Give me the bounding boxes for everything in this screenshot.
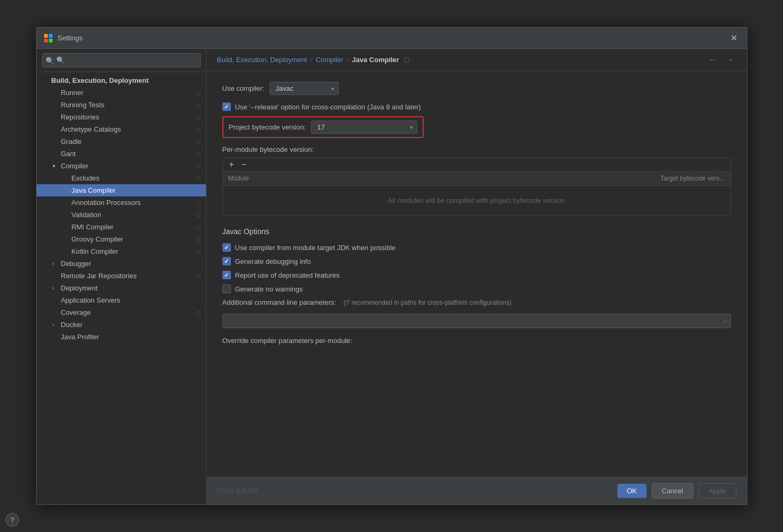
sidebar-item-groovy-compiler[interactable]: Groovy Compiler□ xyxy=(37,233,206,245)
sidebar-item-debugger[interactable]: ›Debugger xyxy=(37,258,206,270)
sidebar-label-compiler: Compiler xyxy=(61,162,89,170)
additional-params-row: Additional command line parameters: ('/'… xyxy=(222,298,731,306)
sidebar-label-application-servers: Application Servers xyxy=(61,296,121,304)
search-box: 🔍 xyxy=(37,49,206,72)
sidebar-label-remote-jar-repositories: Remote Jar Repositories xyxy=(61,272,137,280)
nav-forward[interactable]: → xyxy=(724,54,736,66)
opt3-label: Report use of deprecated features xyxy=(235,271,340,279)
expand-icon[interactable]: ⤢ xyxy=(722,318,728,325)
opt1-row: ✓ Use compiler from module target JDK wh… xyxy=(222,243,731,252)
sidebar-label-kotlin-compiler: Kotlin Compiler xyxy=(72,247,118,255)
project-bytecode-label: Project bytecode version: xyxy=(229,123,306,131)
sidebar-item-archetype-catalogs[interactable]: Archetype Catalogs□ xyxy=(37,123,206,135)
watermark: CSDN @星河状 xyxy=(217,487,259,495)
release-option-check: ✓ xyxy=(224,104,229,110)
opt2-label: Generate debugging info xyxy=(235,258,311,265)
override-section: Override compiler parameters per-module: xyxy=(222,337,731,345)
sidebar-label-debugger: Debugger xyxy=(61,260,91,268)
tree-arrow-compiler: ▾ xyxy=(53,163,59,169)
bytecode-dropdown-wrapper: 17 11 8 ▾ xyxy=(311,121,417,134)
add-module-button[interactable]: + xyxy=(227,160,236,169)
ok-button[interactable]: OK xyxy=(617,484,647,498)
pin-icon-compiler: □ xyxy=(197,163,201,169)
override-label: Override compiler parameters per-module: xyxy=(222,337,352,345)
release-option-checkbox[interactable]: ✓ xyxy=(222,102,231,111)
sidebar-label-running-tests: Running Tests xyxy=(61,101,105,109)
sidebar-item-java-compiler[interactable]: Java Compiler□ xyxy=(37,184,206,196)
sidebar-item-validation[interactable]: Validation□ xyxy=(37,209,206,221)
module-table-wrapper: + − Module Target bytecode vers... xyxy=(222,158,731,216)
main-panel: Build, Execution, Deployment › Compiler … xyxy=(206,49,747,504)
additional-params-wrapper: ⤢ xyxy=(222,314,731,328)
sidebar-item-runner[interactable]: Runner□ xyxy=(37,87,206,99)
pin-icon-running-tests: □ xyxy=(197,102,201,108)
sidebar-label-java-compiler: Java Compiler xyxy=(72,186,116,194)
pin-icon-remote-jar-repositories: □ xyxy=(197,273,201,279)
sidebar-item-excludes[interactable]: Excludes□ xyxy=(37,172,206,184)
sidebar-item-kotlin-compiler[interactable]: Kotlin Compiler□ xyxy=(37,245,206,258)
opt4-label: Generate no warnings xyxy=(235,285,303,293)
breadcrumb-part1[interactable]: Build, Execution, Deployment xyxy=(217,56,307,64)
additional-params-input[interactable] xyxy=(222,314,731,328)
breadcrumb-sep2: › xyxy=(347,56,349,64)
sidebar-item-running-tests[interactable]: Running Tests□ xyxy=(37,99,206,111)
opt3-row: ✓ Report use of deprecated features xyxy=(222,271,731,279)
opt3-checkbox[interactable]: ✓ xyxy=(222,271,231,279)
sidebar-item-remote-jar-repositories[interactable]: Remote Jar Repositories□ xyxy=(37,270,206,282)
sidebar-label-rmi-compiler: RMI Compiler xyxy=(72,223,114,231)
close-button[interactable]: ✕ xyxy=(727,32,741,44)
remove-module-button[interactable]: − xyxy=(239,160,248,169)
pin-icon-excludes: □ xyxy=(197,175,201,182)
sidebar-item-application-servers[interactable]: Application Servers xyxy=(37,294,206,306)
main-content: 🔍 Build, Execution, DeploymentRunner□Run… xyxy=(37,49,747,504)
opt1-checkbox[interactable]: ✓ xyxy=(222,243,231,252)
sidebar-label-archetype-catalogs: Archetype Catalogs xyxy=(61,125,121,133)
cancel-button[interactable]: Cancel xyxy=(652,483,693,499)
sidebar-item-gant[interactable]: Gant□ xyxy=(37,148,206,160)
use-compiler-label: Use compiler: xyxy=(222,84,264,92)
sidebar-label-repositories: Repositories xyxy=(61,113,99,121)
pin-icon-validation: □ xyxy=(197,212,201,218)
sidebar-item-java-profiler[interactable]: Java Profiler xyxy=(37,331,206,343)
release-option-row: ✓ Use '--release' option for cross-compi… xyxy=(222,102,731,111)
sidebar-item-deployment[interactable]: ›Deployment xyxy=(37,282,206,294)
opt2-checkbox[interactable]: ✓ xyxy=(222,257,231,265)
breadcrumb-pin[interactable]: □ xyxy=(405,56,409,64)
search-input[interactable] xyxy=(42,53,201,67)
opt4-checkbox[interactable] xyxy=(222,285,231,293)
sidebar: 🔍 Build, Execution, DeploymentRunner□Run… xyxy=(37,49,206,504)
pin-icon-annotation-processors: □ xyxy=(197,200,201,206)
sidebar-item-gradle[interactable]: Gradle□ xyxy=(37,135,206,148)
sidebar-item-coverage[interactable]: Coverage□ xyxy=(37,306,206,319)
breadcrumb-part2[interactable]: Compiler xyxy=(316,56,343,64)
compiler-dropdown[interactable]: Javac Eclipse Ajc xyxy=(270,82,339,95)
bytecode-dropdown[interactable]: 17 11 8 xyxy=(311,121,417,134)
sidebar-item-repositories[interactable]: Repositories□ xyxy=(37,111,206,123)
pin-icon-rmi-compiler: □ xyxy=(197,224,201,230)
project-bytecode-box: Project bytecode version: 17 11 8 ▾ xyxy=(222,116,424,138)
javac-options-title: Javac Options xyxy=(222,224,731,236)
sidebar-item-annotation-processors[interactable]: Annotation Processors□ xyxy=(37,196,206,209)
breadcrumb-bar: Build, Execution, Deployment › Compiler … xyxy=(206,49,747,71)
nav-back[interactable]: ← xyxy=(707,54,719,66)
footer: CSDN @星河状 OK Cancel Apply xyxy=(206,477,747,504)
col-module: Module xyxy=(223,171,373,186)
pin-icon-groovy-compiler: □ xyxy=(197,236,201,243)
search-icon: 🔍 xyxy=(46,56,54,64)
nav-arrows: ← → xyxy=(707,54,736,66)
sidebar-item-build-execution-deployment[interactable]: Build, Execution, Deployment xyxy=(37,74,206,87)
sidebar-label-coverage: Coverage xyxy=(61,308,91,316)
sidebar-item-compiler[interactable]: ▾Compiler□ xyxy=(37,160,206,172)
help-button[interactable]: ? xyxy=(5,513,19,527)
table-empty-row: All modules will be compiled with projec… xyxy=(223,186,730,216)
svg-rect-0 xyxy=(44,34,48,38)
pin-icon-gradle: □ xyxy=(197,139,201,145)
sidebar-item-docker[interactable]: ›Docker xyxy=(37,319,206,331)
module-table-toolbar: + − xyxy=(223,158,730,171)
search-wrapper: 🔍 xyxy=(42,53,201,67)
apply-button[interactable]: Apply xyxy=(699,483,736,499)
sidebar-label-gant: Gant xyxy=(61,150,76,158)
opt2-check: ✓ xyxy=(224,258,229,265)
sidebar-label-build-execution-deployment: Build, Execution, Deployment xyxy=(51,76,149,84)
sidebar-item-rmi-compiler[interactable]: RMI Compiler□ xyxy=(37,221,206,233)
